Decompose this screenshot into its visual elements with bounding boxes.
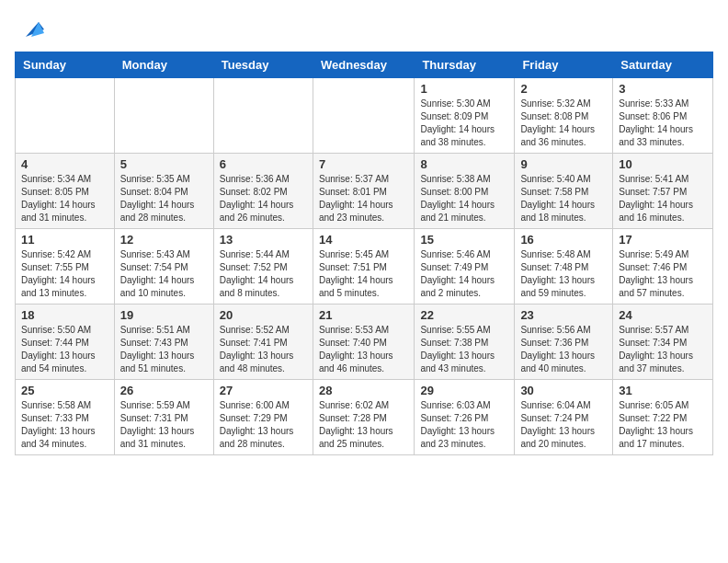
day-content: Sunrise: 5:41 AM Sunset: 7:57 PM Dayligh… — [619, 173, 707, 224]
calendar-table: SundayMondayTuesdayWednesdayThursdayFrid… — [15, 52, 713, 455]
day-number: 20 — [220, 308, 307, 322]
calendar-cell: 14Sunrise: 5:45 AM Sunset: 7:51 PM Dayli… — [313, 229, 414, 304]
calendar-cell — [213, 78, 313, 154]
day-number: 22 — [420, 308, 508, 322]
day-number: 28 — [319, 384, 408, 397]
day-content: Sunrise: 5:46 AM Sunset: 7:49 PM Dayligh… — [420, 248, 508, 300]
logo-icon — [18, 15, 46, 42]
day-content: Sunrise: 5:34 AM Sunset: 8:05 PM Dayligh… — [21, 173, 108, 224]
calendar-cell: 1Sunrise: 5:30 AM Sunset: 8:09 PM Daylig… — [415, 78, 515, 154]
calendar-week-3: 11Sunrise: 5:42 AM Sunset: 7:55 PM Dayli… — [16, 229, 713, 304]
day-number: 23 — [520, 308, 607, 322]
calendar-cell: 28Sunrise: 6:02 AM Sunset: 7:28 PM Dayli… — [313, 380, 414, 455]
calendar-cell: 27Sunrise: 6:00 AM Sunset: 7:29 PM Dayli… — [213, 380, 313, 455]
calendar-cell: 10Sunrise: 5:41 AM Sunset: 7:57 PM Dayli… — [613, 154, 713, 229]
day-content: Sunrise: 5:57 AM Sunset: 7:34 PM Dayligh… — [619, 324, 707, 375]
calendar-cell: 23Sunrise: 5:56 AM Sunset: 7:36 PM Dayli… — [515, 304, 613, 380]
day-number: 18 — [21, 308, 108, 322]
day-header-monday: Monday — [114, 52, 213, 78]
calendar-cell: 13Sunrise: 5:44 AM Sunset: 7:52 PM Dayli… — [213, 229, 313, 304]
calendar-cell: 19Sunrise: 5:51 AM Sunset: 7:43 PM Dayli… — [114, 304, 213, 380]
calendar-cell: 11Sunrise: 5:42 AM Sunset: 7:55 PM Dayli… — [16, 229, 115, 304]
day-number: 4 — [21, 157, 108, 171]
calendar-cell: 17Sunrise: 5:49 AM Sunset: 7:46 PM Dayli… — [613, 229, 713, 304]
day-content: Sunrise: 5:49 AM Sunset: 7:46 PM Dayligh… — [619, 248, 707, 300]
day-content: Sunrise: 5:51 AM Sunset: 7:43 PM Dayligh… — [120, 324, 208, 375]
calendar-cell: 31Sunrise: 6:05 AM Sunset: 7:22 PM Dayli… — [613, 380, 713, 455]
day-content: Sunrise: 5:42 AM Sunset: 7:55 PM Dayligh… — [21, 248, 108, 300]
calendar-cell: 15Sunrise: 5:46 AM Sunset: 7:49 PM Dayli… — [415, 229, 515, 304]
calendar-cell: 20Sunrise: 5:52 AM Sunset: 7:41 PM Dayli… — [213, 304, 313, 380]
day-number: 9 — [520, 157, 607, 171]
day-number: 17 — [619, 233, 707, 247]
calendar-cell: 26Sunrise: 5:59 AM Sunset: 7:31 PM Dayli… — [114, 380, 213, 455]
calendar-cell: 4Sunrise: 5:34 AM Sunset: 8:05 PM Daylig… — [16, 154, 115, 229]
day-header-friday: Friday — [515, 52, 613, 78]
day-content: Sunrise: 6:04 AM Sunset: 7:24 PM Dayligh… — [520, 399, 607, 451]
day-content: Sunrise: 5:37 AM Sunset: 8:01 PM Dayligh… — [319, 173, 408, 224]
calendar-cell — [16, 78, 115, 154]
calendar-cell: 8Sunrise: 5:38 AM Sunset: 8:00 PM Daylig… — [415, 154, 515, 229]
calendar-cell: 21Sunrise: 5:53 AM Sunset: 7:40 PM Dayli… — [313, 304, 414, 380]
calendar-cell: 29Sunrise: 6:03 AM Sunset: 7:26 PM Dayli… — [415, 380, 515, 455]
day-number: 8 — [420, 157, 508, 171]
day-content: Sunrise: 5:56 AM Sunset: 7:36 PM Dayligh… — [520, 324, 607, 375]
day-content: Sunrise: 5:45 AM Sunset: 7:51 PM Dayligh… — [319, 248, 408, 300]
calendar-cell: 9Sunrise: 5:40 AM Sunset: 7:58 PM Daylig… — [515, 154, 613, 229]
day-number: 2 — [520, 82, 607, 96]
day-number: 21 — [319, 308, 408, 322]
day-number: 16 — [520, 233, 607, 247]
day-content: Sunrise: 5:55 AM Sunset: 7:38 PM Dayligh… — [420, 324, 508, 375]
day-content: Sunrise: 5:50 AM Sunset: 7:44 PM Dayligh… — [21, 324, 108, 375]
calendar-cell: 5Sunrise: 5:35 AM Sunset: 8:04 PM Daylig… — [114, 154, 213, 229]
calendar-cell: 18Sunrise: 5:50 AM Sunset: 7:44 PM Dayli… — [16, 304, 115, 380]
day-content: Sunrise: 5:33 AM Sunset: 8:06 PM Dayligh… — [619, 98, 707, 149]
calendar-week-2: 4Sunrise: 5:34 AM Sunset: 8:05 PM Daylig… — [16, 154, 713, 229]
calendar-cell: 7Sunrise: 5:37 AM Sunset: 8:01 PM Daylig… — [313, 154, 414, 229]
day-content: Sunrise: 5:35 AM Sunset: 8:04 PM Dayligh… — [120, 173, 208, 224]
calendar-cell: 24Sunrise: 5:57 AM Sunset: 7:34 PM Dayli… — [613, 304, 713, 380]
day-number: 15 — [420, 233, 508, 247]
day-header-sunday: Sunday — [16, 52, 115, 78]
day-number: 7 — [319, 157, 408, 171]
day-number: 29 — [420, 384, 508, 397]
day-number: 14 — [319, 233, 408, 247]
calendar-week-5: 25Sunrise: 5:58 AM Sunset: 7:33 PM Dayli… — [16, 380, 713, 455]
day-content: Sunrise: 5:52 AM Sunset: 7:41 PM Dayligh… — [220, 324, 307, 375]
day-number: 26 — [120, 384, 208, 397]
calendar-week-4: 18Sunrise: 5:50 AM Sunset: 7:44 PM Dayli… — [16, 304, 713, 380]
day-header-thursday: Thursday — [415, 52, 515, 78]
calendar-header-row: SundayMondayTuesdayWednesdayThursdayFrid… — [16, 52, 713, 78]
day-content: Sunrise: 5:38 AM Sunset: 8:00 PM Dayligh… — [420, 173, 508, 224]
day-content: Sunrise: 6:03 AM Sunset: 7:26 PM Dayligh… — [420, 399, 508, 451]
calendar-cell — [114, 78, 213, 154]
day-content: Sunrise: 5:58 AM Sunset: 7:33 PM Dayligh… — [21, 399, 108, 451]
day-number: 13 — [220, 233, 307, 247]
day-number: 12 — [120, 233, 208, 247]
day-number: 5 — [120, 157, 208, 171]
day-content: Sunrise: 5:30 AM Sunset: 8:09 PM Dayligh… — [420, 98, 508, 149]
day-number: 1 — [420, 82, 508, 96]
day-number: 6 — [220, 157, 307, 171]
logo — [15, 15, 46, 42]
day-header-saturday: Saturday — [613, 52, 713, 78]
day-content: Sunrise: 5:48 AM Sunset: 7:48 PM Dayligh… — [520, 248, 607, 300]
day-number: 19 — [120, 308, 208, 322]
day-number: 10 — [619, 157, 707, 171]
calendar-cell: 16Sunrise: 5:48 AM Sunset: 7:48 PM Dayli… — [515, 229, 613, 304]
day-number: 27 — [220, 384, 307, 397]
day-number: 11 — [21, 233, 108, 247]
day-header-tuesday: Tuesday — [213, 52, 313, 78]
calendar-cell: 30Sunrise: 6:04 AM Sunset: 7:24 PM Dayli… — [515, 380, 613, 455]
calendar-cell: 25Sunrise: 5:58 AM Sunset: 7:33 PM Dayli… — [16, 380, 115, 455]
day-content: Sunrise: 6:05 AM Sunset: 7:22 PM Dayligh… — [619, 399, 707, 451]
day-content: Sunrise: 5:53 AM Sunset: 7:40 PM Dayligh… — [319, 324, 408, 375]
calendar-cell: 6Sunrise: 5:36 AM Sunset: 8:02 PM Daylig… — [213, 154, 313, 229]
day-content: Sunrise: 5:36 AM Sunset: 8:02 PM Dayligh… — [220, 173, 307, 224]
day-number: 24 — [619, 308, 707, 322]
calendar-cell: 2Sunrise: 5:32 AM Sunset: 8:08 PM Daylig… — [515, 78, 613, 154]
calendar-cell — [313, 78, 414, 154]
day-content: Sunrise: 6:02 AM Sunset: 7:28 PM Dayligh… — [319, 399, 408, 451]
day-content: Sunrise: 5:44 AM Sunset: 7:52 PM Dayligh… — [220, 248, 307, 300]
calendar-week-1: 1Sunrise: 5:30 AM Sunset: 8:09 PM Daylig… — [16, 78, 713, 154]
